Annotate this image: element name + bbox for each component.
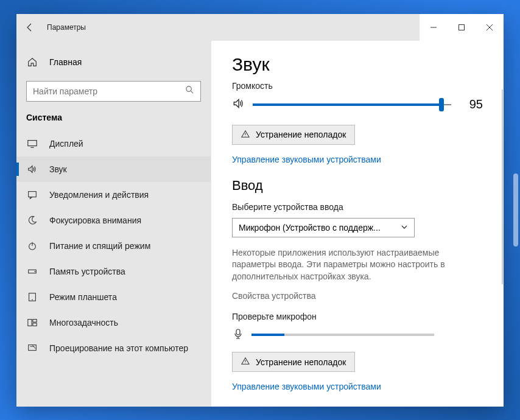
svg-rect-9 [33,319,37,322]
home-label: Главная [49,57,82,67]
sidebar-item-notifications[interactable]: Уведомления и действия [16,182,211,208]
nav-label: Память устройства [49,267,125,276]
moon-icon [26,215,38,226]
microphone-icon [232,327,244,342]
scrollbar[interactable] [502,89,503,284]
monitor-icon [26,138,38,149]
troubleshoot-button[interactable]: Устранение неполадок [232,125,355,145]
back-button[interactable] [16,14,43,41]
chevron-down-icon [401,223,408,233]
svg-rect-12 [236,329,240,335]
nav-label: Звук [49,164,67,174]
nav-label: Питание и спящий режим [49,241,150,251]
maximize-button[interactable] [448,14,476,41]
titlebar: Параметры [16,14,504,41]
mic-test-row [232,327,483,342]
power-icon [26,240,38,251]
manage-devices-link[interactable]: Управление звуковыми устройствами [232,155,483,164]
nav-list: Дисплей Звук Уведомления и действия Фоку… [16,131,211,361]
sidebar-item-display[interactable]: Дисплей [16,131,211,156]
window-controls [420,14,504,41]
mic-level-meter [251,334,434,336]
sidebar-item-sound[interactable]: Звук [16,156,211,182]
search-input-wrap[interactable] [26,81,201,102]
sidebar-item-storage[interactable]: Память устройства [16,259,211,284]
volume-slider[interactable] [253,99,451,111]
sidebar-item-multitask[interactable]: Многозадачность [16,310,211,335]
home-icon [26,57,38,68]
svg-point-1 [186,86,191,91]
search-icon [185,85,194,97]
sidebar-item-power[interactable]: Питание и спящий режим [16,233,211,259]
input-choose-label: Выберите устройства ввода [232,202,483,212]
section-label: Система [16,113,211,131]
search-input[interactable] [33,86,185,96]
svg-rect-10 [33,323,37,326]
settings-window: Параметры Главная [16,14,504,407]
device-properties-link[interactable]: Свойства устройства [232,291,483,301]
minimize-button[interactable] [420,14,448,41]
troubleshoot-mic-button[interactable]: Устранение неполадок [232,352,355,372]
input-device-value: Микрофон (Устройство с поддерж... [239,223,381,233]
warning-icon [241,130,250,140]
input-device-select[interactable]: Микрофон (Устройство с поддерж... [232,218,415,237]
nav-label: Режим планшета [49,292,117,302]
nav-label: Фокусировка внимания [49,215,141,225]
nav-label: Проецирование на этот компьютер [49,343,188,353]
main-panel: Звук Громкость 95 Устранение неполадок У… [211,41,504,407]
nav-label: Уведомления и действия [49,190,149,200]
input-heading: Ввод [232,178,483,194]
test-mic-label: Проверьте микрофон [232,312,483,321]
projection-icon [26,343,38,354]
close-button[interactable] [476,14,504,41]
troubleshoot-label: Устранение неполадок [256,130,346,139]
svg-rect-3 [29,191,37,197]
home-link[interactable]: Главная [16,52,211,72]
svg-point-6 [35,271,36,272]
manage-devices-link-2[interactable]: Управление звуковыми устройствами [232,382,483,391]
warning-icon [241,357,250,367]
window-title: Параметры [47,23,86,32]
volume-row: 95 [232,97,483,113]
page-title: Звук [232,54,483,75]
storage-icon [26,266,38,277]
svg-rect-0 [459,24,465,30]
sidebar-item-projection[interactable]: Проецирование на этот компьютер [16,335,211,361]
multitask-icon [26,317,38,328]
chat-icon [26,189,38,200]
speaker-icon [232,97,245,113]
window-scrollbar[interactable] [513,173,518,247]
volume-value: 95 [459,97,483,111]
svg-rect-8 [28,319,32,326]
nav-label: Многозадачность [49,318,118,327]
speaker-icon [26,164,38,175]
nav-label: Дисплей [49,139,83,149]
sidebar-item-tablet[interactable]: Режим планшета [16,284,211,310]
volume-label: Громкость [232,81,483,91]
sidebar: Главная Система Дисплей Звук [16,41,211,407]
window-body: Главная Система Дисплей Звук [16,41,504,407]
tablet-icon [26,292,38,303]
troubleshoot-mic-label: Устранение неполадок [256,357,346,367]
input-description: Некоторые приложения используют настраив… [232,247,482,283]
sidebar-item-focus[interactable]: Фокусировка внимания [16,208,211,233]
svg-rect-2 [28,140,37,145]
